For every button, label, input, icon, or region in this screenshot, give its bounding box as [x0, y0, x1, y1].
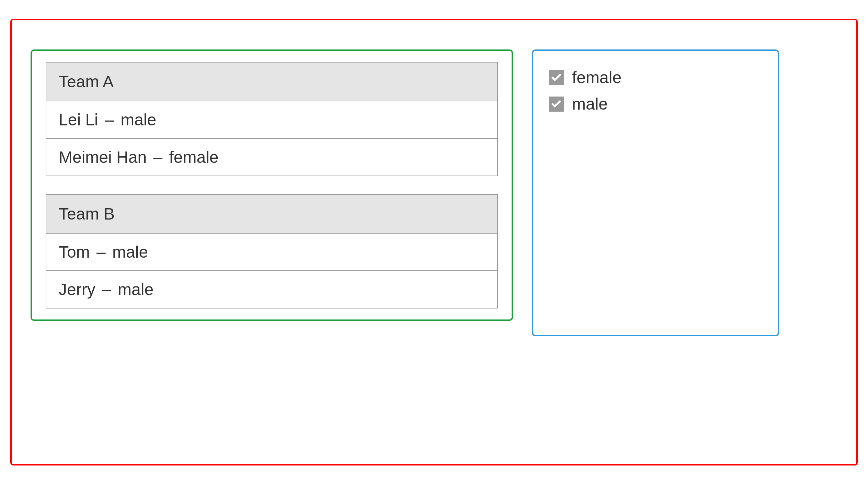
checkbox-checked-icon[interactable] [549, 97, 564, 112]
filter-row-male[interactable]: male [549, 94, 762, 113]
team-member-row: Tom – male [46, 234, 497, 271]
filters-panel: female male [532, 49, 779, 336]
team-member-row: Meimei Han – female [46, 139, 497, 176]
member-name: Lei Li [59, 111, 98, 129]
team-block: Team A Lei Li – male Meimei Han – female [46, 62, 498, 176]
team-header: Team A [46, 63, 497, 101]
member-gender: male [121, 111, 156, 129]
member-name: Jerry [59, 280, 95, 299]
checkbox-checked-icon[interactable] [549, 70, 564, 85]
team-member-row: Jerry – male [46, 271, 497, 308]
filter-label: female [572, 68, 621, 87]
team-block: Team B Tom – male Jerry – male [46, 194, 498, 308]
member-gender: female [169, 148, 218, 166]
filter-row-female[interactable]: female [549, 68, 762, 87]
outer-container: Team A Lei Li – male Meimei Han – female… [10, 19, 858, 465]
separator: – [100, 280, 113, 299]
team-member-row: Lei Li – male [46, 101, 497, 139]
filter-label: male [572, 94, 608, 113]
member-gender: male [118, 280, 153, 299]
teams-panel: Team A Lei Li – male Meimei Han – female… [31, 49, 513, 321]
separator: – [151, 148, 164, 166]
team-header: Team B [46, 195, 497, 234]
member-name: Tom [59, 243, 90, 261]
member-gender: male [112, 243, 148, 261]
separator: – [103, 111, 116, 129]
member-name: Meimei Han [59, 148, 147, 166]
separator: – [94, 243, 108, 261]
